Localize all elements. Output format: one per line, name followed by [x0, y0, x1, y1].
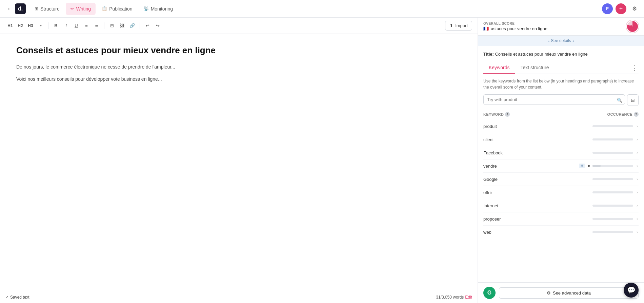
right-panel: OVERALL SCORE 🇫🇷 astuces pour vendre en …: [478, 18, 644, 303]
table-button[interactable]: ⊞: [107, 21, 117, 31]
tab-writing-label: Writing: [76, 6, 91, 12]
row-chevron[interactable]: ›: [636, 189, 639, 195]
status-bar: ✓ Saved text 31/3,050 words Edit: [0, 291, 478, 303]
bullet-list-button[interactable]: ≡: [82, 21, 91, 31]
panel-inner: Title: Conseils et astuces pour mieux ve…: [478, 46, 644, 282]
keyword-info-icon[interactable]: ?: [505, 112, 510, 117]
keyword-header-label: KEYWORD: [483, 112, 504, 116]
user-avatar: F: [602, 3, 613, 14]
keyword-search-wrap: 🔍: [483, 94, 625, 106]
monitoring-icon: 📡: [143, 6, 149, 11]
table-row: offrir ›: [483, 186, 639, 199]
keyword-column-header: KEYWORD ?: [483, 112, 571, 117]
occurrence-bar: [592, 205, 633, 207]
plus-button[interactable]: +: [616, 3, 626, 14]
table-row: proposer ›: [483, 212, 639, 226]
occurrence-bar: [592, 138, 633, 140]
row-chevron[interactable]: ›: [636, 216, 639, 222]
undo-button[interactable]: ↩: [143, 21, 152, 31]
tab-keywords[interactable]: Keywords: [483, 62, 515, 74]
tab-monitoring[interactable]: 📡 Monitoring: [139, 3, 178, 15]
panel-title: Title: Conseils et astuces pour mieux ve…: [483, 52, 588, 57]
occurrence-bar: [592, 152, 633, 154]
table-row: produit ›: [483, 120, 639, 133]
row-chevron[interactable]: ›: [636, 150, 639, 156]
chat-bubble[interactable]: 💬: [624, 283, 639, 298]
occurrence-dot: [588, 165, 590, 167]
settings-button[interactable]: ⚙: [629, 3, 640, 14]
edit-link[interactable]: Edit: [465, 295, 472, 300]
keyword-name: proposer: [483, 216, 571, 222]
tab-publication[interactable]: 📋 Publication: [97, 3, 137, 15]
tab-monitoring-label: Monitoring: [151, 6, 173, 12]
score-keyword-title: 🇫🇷 astuces pour vendre en ligne: [483, 26, 547, 31]
row-chevron[interactable]: ›: [636, 123, 639, 129]
ordered-list-button[interactable]: ≣: [92, 21, 101, 31]
panel-bottom: G ⚙ See advanced data: [478, 282, 644, 303]
advanced-data-button[interactable]: ⚙ See advanced data: [499, 287, 639, 299]
row-chevron[interactable]: ›: [636, 163, 639, 169]
keyword-occurrence: ›: [571, 123, 639, 129]
keyword-name: client: [483, 137, 571, 142]
app-logo: d.: [15, 3, 26, 14]
table-row: web ›: [483, 226, 639, 239]
editor-content[interactable]: Conseils et astuces pour mieux vendre en…: [0, 34, 478, 291]
keyword-table: KEYWORD ? OCCURENCE ? produit: [483, 110, 639, 277]
keyword-occurrence: ›: [571, 150, 639, 156]
occurrence-bar: [592, 178, 633, 180]
keyword-occurrence: ›: [571, 229, 639, 235]
keyword-search-input[interactable]: [483, 94, 625, 105]
toolbar-separator-1: [48, 22, 48, 29]
import-icon: ⬆: [449, 23, 453, 28]
title-label: Title:: [483, 52, 494, 57]
occurrence-bar: [592, 191, 633, 193]
score-badge: 20: [626, 20, 639, 33]
more-options-button[interactable]: ⋮: [630, 64, 639, 72]
h1-button[interactable]: H1: [5, 21, 15, 31]
score-keyword-text: astuces pour vendre en ligne: [491, 26, 547, 31]
saved-status: ✓ Saved text: [5, 295, 29, 300]
tab-writing[interactable]: ✏ Writing: [66, 3, 96, 15]
editor-title[interactable]: Conseils et astuces pour mieux vendre en…: [16, 45, 461, 56]
tab-structure-label: Structure: [40, 6, 60, 12]
filter-button[interactable]: ⊟: [627, 94, 639, 106]
image-button[interactable]: 🖼: [117, 21, 127, 31]
occurrence-bar-fill: [592, 165, 601, 167]
tab-structure[interactable]: ⊞ Structure: [30, 3, 64, 15]
row-chevron[interactable]: ›: [636, 229, 639, 235]
editor-paragraph-1[interactable]: De nos jours, le commerce électronique n…: [16, 63, 461, 71]
keyword-name: produit: [483, 124, 571, 129]
keyword-name: web: [483, 230, 571, 235]
back-button[interactable]: ‹: [4, 4, 14, 14]
h2-button[interactable]: H2: [16, 21, 25, 31]
keyword-name: vendre: [483, 164, 571, 169]
h3-button[interactable]: H3: [26, 21, 35, 31]
italic-button[interactable]: I: [61, 21, 71, 31]
redo-button[interactable]: ↪: [153, 21, 162, 31]
flag-icon: 🇫🇷: [483, 26, 489, 31]
keyword-occurrence: ›: [571, 136, 639, 143]
main-area: H1 H2 H3 ▾ B I U ≡ ≣ ⊞ 🖼 🔗 ↩ ↪ ⬆ Import …: [0, 18, 644, 303]
see-details-link[interactable]: ↓ See details ↓: [478, 36, 644, 46]
table-header: KEYWORD ? OCCURENCE ?: [483, 110, 639, 119]
keyword-search-row: 🔍 ⊟: [483, 94, 639, 106]
occurrence-bar: [592, 165, 633, 167]
editor-paragraph-2[interactable]: Voici nos meilleurs conseils pour dévelo…: [16, 75, 461, 83]
occurrence-bar: [592, 125, 633, 127]
link-button[interactable]: 🔗: [127, 21, 137, 31]
chat-icon: 💬: [627, 286, 636, 294]
underline-button[interactable]: U: [72, 21, 81, 31]
bold-button[interactable]: B: [51, 21, 61, 31]
row-chevron[interactable]: ›: [636, 203, 639, 209]
keyword-name: Facebook: [483, 150, 571, 155]
occurrence-header-label: OCCURENCE: [607, 112, 633, 116]
row-chevron[interactable]: ›: [636, 136, 639, 143]
toolbar-separator-2: [104, 22, 104, 29]
row-chevron[interactable]: ›: [636, 176, 639, 182]
occurrence-info-icon[interactable]: ?: [634, 112, 639, 117]
tab-text-structure[interactable]: Text structure: [515, 62, 554, 74]
import-button[interactable]: ⬆ Import: [445, 21, 472, 31]
table-row: Google ›: [483, 173, 639, 186]
heading-chevron[interactable]: ▾: [36, 21, 45, 31]
keyword-tabs: Keywords Text structure ⋮: [483, 62, 639, 74]
